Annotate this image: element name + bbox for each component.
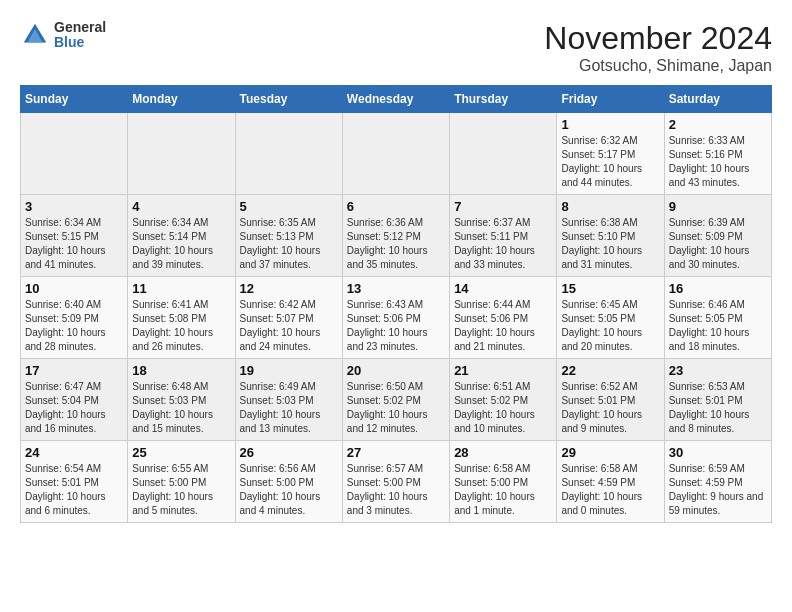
day-number: 11 xyxy=(132,281,230,296)
day-header-wednesday: Wednesday xyxy=(342,86,449,113)
day-detail: Sunrise: 6:55 AM Sunset: 5:00 PM Dayligh… xyxy=(132,462,230,518)
day-number: 10 xyxy=(25,281,123,296)
day-number: 29 xyxy=(561,445,659,460)
day-detail: Sunrise: 6:34 AM Sunset: 5:15 PM Dayligh… xyxy=(25,216,123,272)
calendar-cell: 6Sunrise: 6:36 AM Sunset: 5:12 PM Daylig… xyxy=(342,195,449,277)
day-number: 1 xyxy=(561,117,659,132)
calendar-cell: 4Sunrise: 6:34 AM Sunset: 5:14 PM Daylig… xyxy=(128,195,235,277)
title-area: November 2024 Gotsucho, Shimane, Japan xyxy=(544,20,772,75)
calendar-cell: 20Sunrise: 6:50 AM Sunset: 5:02 PM Dayli… xyxy=(342,359,449,441)
day-detail: Sunrise: 6:40 AM Sunset: 5:09 PM Dayligh… xyxy=(25,298,123,354)
logo: General Blue xyxy=(20,20,106,51)
day-detail: Sunrise: 6:49 AM Sunset: 5:03 PM Dayligh… xyxy=(240,380,338,436)
day-number: 30 xyxy=(669,445,767,460)
day-detail: Sunrise: 6:48 AM Sunset: 5:03 PM Dayligh… xyxy=(132,380,230,436)
day-detail: Sunrise: 6:41 AM Sunset: 5:08 PM Dayligh… xyxy=(132,298,230,354)
calendar-cell: 10Sunrise: 6:40 AM Sunset: 5:09 PM Dayli… xyxy=(21,277,128,359)
calendar-cell: 26Sunrise: 6:56 AM Sunset: 5:00 PM Dayli… xyxy=(235,441,342,523)
calendar-cell: 27Sunrise: 6:57 AM Sunset: 5:00 PM Dayli… xyxy=(342,441,449,523)
calendar-cell: 17Sunrise: 6:47 AM Sunset: 5:04 PM Dayli… xyxy=(21,359,128,441)
days-of-week-row: SundayMondayTuesdayWednesdayThursdayFrid… xyxy=(21,86,772,113)
day-detail: Sunrise: 6:46 AM Sunset: 5:05 PM Dayligh… xyxy=(669,298,767,354)
calendar-cell xyxy=(21,113,128,195)
day-detail: Sunrise: 6:44 AM Sunset: 5:06 PM Dayligh… xyxy=(454,298,552,354)
calendar-cell: 13Sunrise: 6:43 AM Sunset: 5:06 PM Dayli… xyxy=(342,277,449,359)
calendar-cell: 16Sunrise: 6:46 AM Sunset: 5:05 PM Dayli… xyxy=(664,277,771,359)
calendar-week-5: 24Sunrise: 6:54 AM Sunset: 5:01 PM Dayli… xyxy=(21,441,772,523)
day-number: 19 xyxy=(240,363,338,378)
day-number: 6 xyxy=(347,199,445,214)
calendar-body: 1Sunrise: 6:32 AM Sunset: 5:17 PM Daylig… xyxy=(21,113,772,523)
logo-text: General Blue xyxy=(54,20,106,51)
day-number: 13 xyxy=(347,281,445,296)
page-title: November 2024 xyxy=(544,20,772,57)
day-number: 24 xyxy=(25,445,123,460)
day-header-sunday: Sunday xyxy=(21,86,128,113)
calendar-header: SundayMondayTuesdayWednesdayThursdayFrid… xyxy=(21,86,772,113)
calendar-cell: 5Sunrise: 6:35 AM Sunset: 5:13 PM Daylig… xyxy=(235,195,342,277)
day-detail: Sunrise: 6:43 AM Sunset: 5:06 PM Dayligh… xyxy=(347,298,445,354)
day-number: 26 xyxy=(240,445,338,460)
day-detail: Sunrise: 6:47 AM Sunset: 5:04 PM Dayligh… xyxy=(25,380,123,436)
day-header-monday: Monday xyxy=(128,86,235,113)
calendar-week-4: 17Sunrise: 6:47 AM Sunset: 5:04 PM Dayli… xyxy=(21,359,772,441)
day-header-saturday: Saturday xyxy=(664,86,771,113)
calendar-cell: 11Sunrise: 6:41 AM Sunset: 5:08 PM Dayli… xyxy=(128,277,235,359)
day-number: 22 xyxy=(561,363,659,378)
day-detail: Sunrise: 6:53 AM Sunset: 5:01 PM Dayligh… xyxy=(669,380,767,436)
day-number: 12 xyxy=(240,281,338,296)
day-number: 2 xyxy=(669,117,767,132)
day-number: 23 xyxy=(669,363,767,378)
calendar-cell: 12Sunrise: 6:42 AM Sunset: 5:07 PM Dayli… xyxy=(235,277,342,359)
calendar-cell: 29Sunrise: 6:58 AM Sunset: 4:59 PM Dayli… xyxy=(557,441,664,523)
calendar-cell: 23Sunrise: 6:53 AM Sunset: 5:01 PM Dayli… xyxy=(664,359,771,441)
day-header-thursday: Thursday xyxy=(450,86,557,113)
calendar-cell: 15Sunrise: 6:45 AM Sunset: 5:05 PM Dayli… xyxy=(557,277,664,359)
day-header-tuesday: Tuesday xyxy=(235,86,342,113)
calendar-cell: 21Sunrise: 6:51 AM Sunset: 5:02 PM Dayli… xyxy=(450,359,557,441)
day-detail: Sunrise: 6:57 AM Sunset: 5:00 PM Dayligh… xyxy=(347,462,445,518)
day-detail: Sunrise: 6:37 AM Sunset: 5:11 PM Dayligh… xyxy=(454,216,552,272)
day-detail: Sunrise: 6:42 AM Sunset: 5:07 PM Dayligh… xyxy=(240,298,338,354)
logo-blue: Blue xyxy=(54,35,106,50)
calendar-cell xyxy=(235,113,342,195)
calendar-cell: 18Sunrise: 6:48 AM Sunset: 5:03 PM Dayli… xyxy=(128,359,235,441)
calendar-cell: 24Sunrise: 6:54 AM Sunset: 5:01 PM Dayli… xyxy=(21,441,128,523)
day-detail: Sunrise: 6:52 AM Sunset: 5:01 PM Dayligh… xyxy=(561,380,659,436)
day-number: 21 xyxy=(454,363,552,378)
day-number: 5 xyxy=(240,199,338,214)
day-detail: Sunrise: 6:38 AM Sunset: 5:10 PM Dayligh… xyxy=(561,216,659,272)
calendar-cell: 3Sunrise: 6:34 AM Sunset: 5:15 PM Daylig… xyxy=(21,195,128,277)
day-number: 8 xyxy=(561,199,659,214)
day-detail: Sunrise: 6:33 AM Sunset: 5:16 PM Dayligh… xyxy=(669,134,767,190)
day-detail: Sunrise: 6:36 AM Sunset: 5:12 PM Dayligh… xyxy=(347,216,445,272)
day-number: 27 xyxy=(347,445,445,460)
calendar-week-2: 3Sunrise: 6:34 AM Sunset: 5:15 PM Daylig… xyxy=(21,195,772,277)
day-detail: Sunrise: 6:45 AM Sunset: 5:05 PM Dayligh… xyxy=(561,298,659,354)
day-number: 20 xyxy=(347,363,445,378)
day-detail: Sunrise: 6:50 AM Sunset: 5:02 PM Dayligh… xyxy=(347,380,445,436)
day-detail: Sunrise: 6:32 AM Sunset: 5:17 PM Dayligh… xyxy=(561,134,659,190)
calendar-cell: 8Sunrise: 6:38 AM Sunset: 5:10 PM Daylig… xyxy=(557,195,664,277)
day-number: 15 xyxy=(561,281,659,296)
calendar-cell xyxy=(450,113,557,195)
calendar-cell: 25Sunrise: 6:55 AM Sunset: 5:00 PM Dayli… xyxy=(128,441,235,523)
calendar-cell: 19Sunrise: 6:49 AM Sunset: 5:03 PM Dayli… xyxy=(235,359,342,441)
day-number: 7 xyxy=(454,199,552,214)
calendar-week-1: 1Sunrise: 6:32 AM Sunset: 5:17 PM Daylig… xyxy=(21,113,772,195)
day-detail: Sunrise: 6:39 AM Sunset: 5:09 PM Dayligh… xyxy=(669,216,767,272)
day-detail: Sunrise: 6:54 AM Sunset: 5:01 PM Dayligh… xyxy=(25,462,123,518)
day-header-friday: Friday xyxy=(557,86,664,113)
calendar-cell: 28Sunrise: 6:58 AM Sunset: 5:00 PM Dayli… xyxy=(450,441,557,523)
calendar-cell: 2Sunrise: 6:33 AM Sunset: 5:16 PM Daylig… xyxy=(664,113,771,195)
calendar-cell: 9Sunrise: 6:39 AM Sunset: 5:09 PM Daylig… xyxy=(664,195,771,277)
day-number: 4 xyxy=(132,199,230,214)
page-subtitle: Gotsucho, Shimane, Japan xyxy=(544,57,772,75)
day-detail: Sunrise: 6:59 AM Sunset: 4:59 PM Dayligh… xyxy=(669,462,767,518)
calendar-cell xyxy=(128,113,235,195)
day-number: 9 xyxy=(669,199,767,214)
calendar-cell: 14Sunrise: 6:44 AM Sunset: 5:06 PM Dayli… xyxy=(450,277,557,359)
logo-general: General xyxy=(54,20,106,35)
day-detail: Sunrise: 6:58 AM Sunset: 4:59 PM Dayligh… xyxy=(561,462,659,518)
day-number: 28 xyxy=(454,445,552,460)
